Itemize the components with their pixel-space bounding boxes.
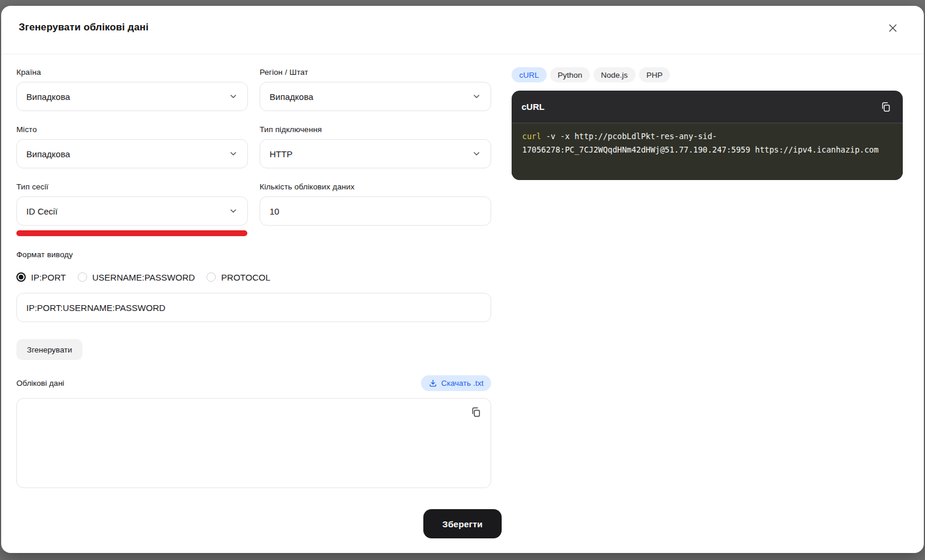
curl-arguments: -v -x http://pcobLdlPkt-res-any-sid-1705…: [522, 132, 879, 154]
tab-python[interactable]: Python: [550, 67, 590, 82]
connection-type-select-value: HTTP: [270, 149, 292, 159]
region-field: Регіон / Штат Випадкова: [260, 68, 491, 111]
download-icon: [429, 379, 437, 388]
radio-option-label: PROTOCOL: [221, 272, 270, 282]
curl-command: curl -v -x http://pcobLdlPkt-res-any-sid…: [522, 130, 892, 157]
tab-nodejs[interactable]: Node.js: [593, 67, 636, 82]
tab-curl[interactable]: cURL: [512, 67, 547, 82]
copy-credentials-button[interactable]: [469, 405, 483, 419]
download-txt-label: Скачать .txt: [441, 379, 484, 388]
generate-button[interactable]: Згенерувати: [16, 339, 82, 360]
session-type-label: Тип сесії: [16, 182, 248, 191]
chevron-down-icon: [229, 92, 238, 101]
radio-unchecked-icon: [78, 272, 87, 282]
code-language-tabs: cURL Python Node.js PHP: [512, 67, 903, 82]
chevron-down-icon: [472, 92, 481, 101]
country-field: Країна Випадкова: [16, 68, 248, 111]
credentials-count-input[interactable]: [260, 196, 491, 226]
credentials-output-wrap: [16, 398, 491, 488]
tab-php[interactable]: PHP: [639, 67, 671, 82]
credentials-count-label: Кількість облікових даних: [260, 182, 491, 191]
radio-option-label: IP:PORT: [31, 272, 66, 282]
connection-type-field: Тип підключення HTTP: [260, 125, 491, 168]
city-select[interactable]: Випадкова: [16, 139, 248, 168]
output-format-label: Формат виводу: [16, 250, 491, 259]
code-block-header: cURL: [512, 91, 903, 123]
country-label: Країна: [16, 68, 248, 77]
code-examples-panel: cURL Python Node.js PHP cURL curl -v -x …: [512, 67, 903, 180]
credentials-textarea[interactable]: [16, 398, 491, 488]
city-field: Місто Випадкова: [16, 125, 248, 168]
code-block-title: cURL: [522, 102, 544, 112]
region-label: Регіон / Штат: [260, 68, 491, 77]
region-select-value: Випадкова: [270, 92, 313, 102]
output-format-input[interactable]: [16, 293, 491, 322]
city-label: Місто: [16, 125, 248, 134]
credentials-form: Країна Випадкова Регіон / Штат Випадкова: [16, 68, 491, 488]
credentials-label: Облікові дані: [16, 379, 64, 388]
city-select-value: Випадкова: [26, 149, 70, 159]
close-button[interactable]: [886, 22, 899, 34]
session-type-select[interactable]: ID Сесії: [16, 196, 248, 226]
region-select[interactable]: Випадкова: [260, 82, 491, 111]
copy-icon: [470, 406, 482, 419]
radio-unchecked-icon: [206, 272, 216, 282]
radio-option-protocol[interactable]: PROTOCOL: [206, 272, 270, 282]
session-type-field: Тип сесії ID Сесії: [16, 182, 248, 236]
radio-option-label: USERNAME:PASSWORD: [92, 272, 195, 282]
generate-credentials-modal: Згенерувати облікові дані Країна Випадко…: [1, 6, 924, 553]
connection-type-select[interactable]: HTTP: [260, 139, 491, 168]
output-format-radio-group: IP:PORT USERNAME:PASSWORD PROTOCOL: [16, 270, 491, 284]
radio-checked-icon: [16, 272, 26, 282]
credentials-count-field: Кількість облікових даних: [260, 182, 491, 236]
close-icon: [887, 22, 899, 34]
connection-type-label: Тип підключення: [260, 125, 491, 134]
radio-option-username-password[interactable]: USERNAME:PASSWORD: [78, 272, 195, 282]
code-area: curl -v -x http://pcobLdlPkt-res-any-sid…: [512, 123, 903, 180]
save-button[interactable]: Зберегти: [423, 509, 502, 538]
session-type-error-indicator: [16, 230, 247, 236]
copy-icon: [879, 101, 892, 113]
chevron-down-icon: [229, 206, 238, 216]
country-select-value: Випадкова: [26, 92, 70, 102]
modal-title: Згенерувати облікові дані: [19, 22, 149, 33]
code-block: cURL curl -v -x http://pcobLdlPkt-res-an…: [512, 91, 903, 180]
modal-header: Згенерувати облікові дані: [1, 6, 924, 54]
curl-keyword: curl: [522, 132, 541, 141]
country-select[interactable]: Випадкова: [16, 82, 248, 111]
session-type-select-value: ID Сесії: [26, 206, 57, 216]
radio-option-ip-port[interactable]: IP:PORT: [16, 272, 66, 282]
chevron-down-icon: [472, 149, 481, 158]
chevron-down-icon: [229, 149, 238, 158]
copy-code-button[interactable]: [879, 100, 893, 114]
download-txt-button[interactable]: Скачать .txt: [421, 375, 491, 391]
